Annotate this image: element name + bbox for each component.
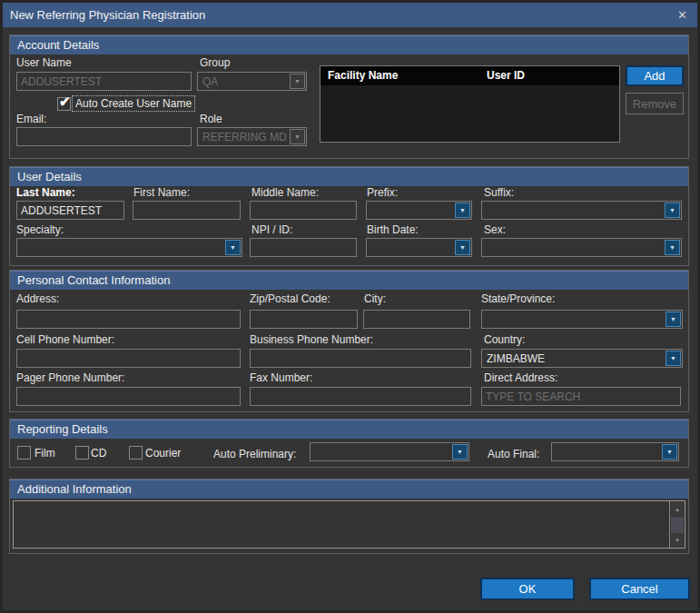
specialty-label: Specialty: [16, 223, 64, 236]
last-name-field[interactable] [16, 201, 124, 220]
courier-checkbox[interactable] [129, 446, 143, 460]
chevron-down-icon: ▼ [290, 129, 305, 144]
birth-date-label: Birth Date: [367, 223, 419, 236]
auto-final-select[interactable]: ▼ [551, 442, 679, 461]
chevron-down-icon[interactable]: ▼ [665, 203, 680, 218]
cancel-button[interactable]: Cancel [589, 578, 690, 600]
scroll-down-button[interactable]: ▼ [671, 533, 684, 547]
film-label[interactable]: Film [35, 447, 55, 460]
film-checkbox[interactable] [17, 446, 31, 460]
scrollbar[interactable]: ▲ ▼ [669, 501, 685, 548]
middle-name-field[interactable] [250, 201, 357, 220]
ok-button[interactable]: OK [480, 578, 575, 600]
first-name-label: First Name: [133, 186, 190, 199]
courier-label[interactable]: Courier [145, 447, 181, 460]
direct-address-label: Direct Address: [484, 371, 557, 384]
direct-address-field[interactable] [481, 387, 681, 406]
auto-create-checkbox[interactable]: ✔ [57, 97, 71, 111]
country-label: Country: [484, 333, 525, 346]
city-label: City: [364, 292, 386, 305]
sex-label: Sex: [484, 223, 506, 236]
scroll-up-button[interactable]: ▲ [671, 502, 684, 516]
group-label: Group [200, 56, 230, 69]
additional-information-header: Additional Information [10, 480, 688, 499]
scrollbar-thumb[interactable] [671, 517, 684, 535]
chevron-down-icon[interactable]: ▼ [662, 444, 677, 460]
personal-contact-header: Personal Contact Information [10, 271, 688, 290]
birth-date-select[interactable]: ▼ [366, 238, 472, 257]
state-label: State/Province: [481, 292, 555, 305]
cd-checkbox[interactable] [75, 446, 89, 460]
group-select: QA ▼ [197, 72, 307, 91]
user-details-header: User Details [10, 167, 688, 186]
city-field[interactable] [363, 310, 470, 329]
address-label: Address: [16, 292, 59, 305]
sex-select[interactable]: ▼ [481, 238, 682, 257]
chevron-down-icon[interactable]: ▼ [455, 240, 470, 255]
user-name-label: User Name [16, 56, 72, 69]
auto-preliminary-select[interactable]: ▼ [310, 442, 469, 461]
facility-list[interactable]: Facility Name User ID [320, 65, 620, 143]
user-details-title: User Details [10, 168, 688, 185]
section-user-details: User Details Last Name: First Name: Midd… [9, 166, 689, 266]
chevron-down-icon[interactable]: ▼ [665, 311, 681, 327]
chevron-down-icon: ▼ [290, 74, 305, 89]
triangle-down-icon: ▼ [675, 538, 680, 543]
cell-phone-field[interactable] [16, 349, 241, 368]
suffix-select[interactable]: ▼ [481, 201, 682, 220]
section-account-details: Account Details User Name Group QA ▼ ✔ A… [9, 35, 689, 159]
auto-final-label: Auto Final: [488, 448, 539, 460]
business-phone-label: Business Phone Number: [250, 333, 373, 346]
reporting-details-header: Reporting Details [10, 420, 688, 439]
suffix-label: Suffix: [484, 186, 514, 199]
first-name-field[interactable] [133, 201, 241, 220]
email-field[interactable] [16, 127, 192, 146]
reporting-details-title: Reporting Details [10, 420, 688, 438]
chevron-down-icon[interactable]: ▼ [455, 203, 470, 218]
remove-button: Remove [626, 93, 684, 114]
section-additional-information: Additional Information ▲ ▼ [9, 479, 689, 554]
chevron-down-icon[interactable]: ▼ [452, 444, 468, 460]
personal-contact-title: Personal Contact Information [10, 272, 688, 289]
prefix-select[interactable]: ▼ [366, 201, 472, 220]
npi-id-field[interactable] [250, 238, 357, 257]
account-details-header: Account Details [10, 35, 688, 54]
chevron-down-icon[interactable]: ▼ [665, 240, 680, 255]
country-value: ZIMBABWE [487, 352, 545, 365]
state-select[interactable]: ▼ [481, 310, 683, 329]
chevron-down-icon[interactable]: ▼ [225, 240, 241, 255]
fax-label: Fax Number: [250, 371, 312, 384]
account-details-title: Account Details [10, 36, 688, 54]
npi-id-label: NPI / ID: [251, 223, 292, 236]
zip-field[interactable] [250, 310, 358, 329]
section-reporting-details: Reporting Details Film CD Courier Auto P… [9, 419, 689, 468]
address-field[interactable] [16, 310, 241, 329]
fax-field[interactable] [250, 387, 471, 406]
add-button[interactable]: Add [626, 65, 684, 86]
pager-phone-field[interactable] [16, 387, 241, 406]
user-id-column: User ID [487, 66, 525, 85]
user-name-input [16, 72, 192, 91]
group-value: QA [202, 75, 218, 88]
additional-info-textarea[interactable]: ▲ ▼ [13, 500, 685, 549]
close-icon[interactable]: ✕ [677, 3, 687, 27]
section-personal-contact: Personal Contact Information Address: Zi… [9, 270, 689, 412]
dialog-title: New Referring Physician Registration [10, 3, 205, 27]
country-select[interactable]: ZIMBABWE ▼ [481, 349, 683, 368]
role-label: Role [200, 113, 222, 125]
prefix-label: Prefix: [367, 186, 398, 199]
role-select: REFERRING MD ▼ [197, 127, 307, 146]
facility-list-header: Facility Name User ID [320, 66, 619, 85]
business-phone-field[interactable] [250, 349, 471, 368]
facility-name-column: Facility Name [328, 66, 398, 85]
additional-information-title: Additional Information [10, 480, 688, 498]
auto-create-label[interactable]: Auto Create User Name [72, 95, 195, 112]
triangle-up-icon: ▲ [675, 507, 680, 512]
middle-name-label: Middle Name: [251, 186, 319, 199]
chevron-down-icon[interactable]: ▼ [665, 351, 681, 366]
cd-label[interactable]: CD [91, 447, 106, 460]
zip-label: Zip/Postal Code: [250, 292, 330, 305]
pager-phone-label: Pager Phone Number: [16, 371, 124, 384]
specialty-select[interactable]: ▼ [16, 238, 242, 257]
last-name-label: Last Name: [16, 186, 75, 199]
